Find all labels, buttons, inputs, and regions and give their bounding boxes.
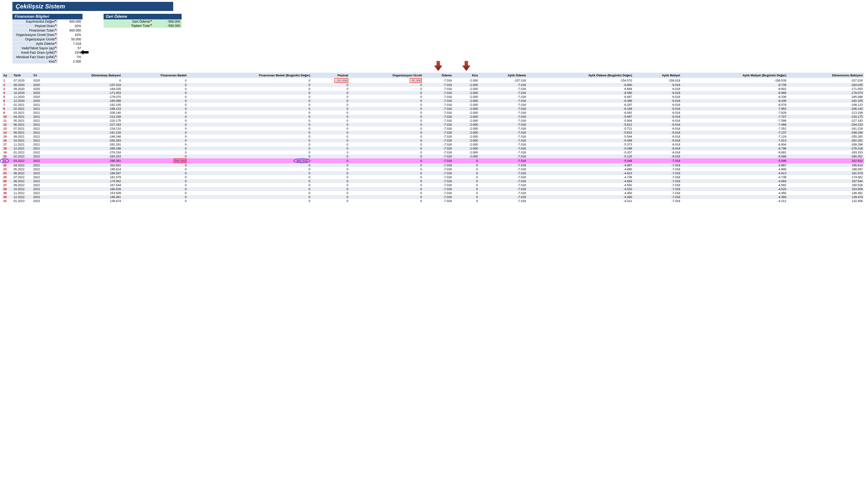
table-cell[interactable]: 0 (350, 123, 423, 127)
table-row[interactable]: 1812.20212021-269.2980000-7.018-2.000-7.… (2, 147, 864, 150)
table-cell[interactable]: -9.018 (633, 103, 681, 107)
table-cell[interactable]: 500.000 (122, 158, 188, 163)
table-cell[interactable]: 17 (2, 142, 12, 147)
table-row[interactable]: 1206.20212021-227.1930000-7.018-2.000-7.… (2, 123, 864, 127)
table-cell[interactable]: -7.018 (479, 195, 527, 199)
table-cell[interactable]: 21 (2, 158, 12, 163)
finance-value[interactable]: 57 (58, 46, 82, 50)
table-cell[interactable]: 12 (2, 123, 12, 127)
table-cell[interactable]: 0 (122, 199, 188, 203)
table-cell[interactable]: -7.018 (423, 91, 453, 95)
table-cell[interactable]: 11.2022 (12, 191, 32, 195)
table-cell[interactable]: -5.046 (527, 158, 633, 163)
table-cell[interactable]: 0 (350, 95, 423, 99)
table-cell[interactable]: -7.018 (633, 163, 681, 167)
table-cell[interactable]: -7.018 (423, 95, 453, 99)
column-header[interactable]: Organizasyon Ücreti (350, 73, 423, 78)
table-cell[interactable]: 0 (453, 163, 479, 167)
table-row[interactable]: 3012.20222022146.4910000-7.0180-7.018-4.… (2, 195, 864, 199)
table-cell[interactable]: -7.018 (479, 83, 527, 87)
table-cell[interactable]: 0 (350, 142, 423, 147)
table-cell[interactable]: -9.018 (633, 135, 681, 138)
table-cell[interactable]: 0 (188, 138, 312, 142)
table-row[interactable]: 3101.20232023139.4740000-7.0180-7.018-4.… (2, 199, 864, 203)
table-cell[interactable]: 7 (2, 103, 12, 107)
table-cell[interactable]: 195.614 (48, 167, 122, 171)
table-cell[interactable]: -276.316 (788, 147, 864, 150)
table-cell[interactable]: 0 (453, 175, 479, 179)
table-cell[interactable]: 202.632 (48, 163, 122, 167)
table-cell[interactable]: -9.018 (633, 99, 681, 103)
table-cell[interactable]: -7.018 (479, 147, 527, 150)
table-cell[interactable]: 2021 (32, 115, 48, 119)
table-cell[interactable]: 0 (350, 135, 423, 138)
table-cell[interactable]: -4.520 (527, 187, 633, 191)
table-cell[interactable]: -6.796 (681, 147, 788, 150)
table-cell[interactable]: 31 (2, 199, 12, 203)
table-cell[interactable]: 0 (350, 130, 423, 135)
table-cell[interactable]: 26 (2, 179, 12, 183)
table-cell[interactable]: 11.2020 (12, 95, 32, 99)
table-cell[interactable]: 0 (312, 95, 350, 99)
table-cell[interactable]: -283.333 (788, 150, 864, 154)
table-cell[interactable]: 2020 (32, 91, 48, 95)
table-cell[interactable]: -7.018 (423, 147, 453, 150)
table-cell[interactable]: -6.586 (681, 154, 788, 158)
table-row[interactable]: 2608.20222022174.5620000-7.0180-7.018-4.… (2, 179, 864, 183)
column-header[interactable]: Finansman Bedeli (122, 73, 188, 78)
table-cell[interactable]: 0 (350, 91, 423, 95)
table-cell[interactable]: 0 (453, 183, 479, 187)
table-cell[interactable]: -7.018 (423, 179, 453, 183)
table-cell[interactable]: -7.018 (423, 138, 453, 142)
table-cell[interactable]: 0 (453, 171, 479, 175)
table-cell[interactable]: -9.018 (633, 119, 681, 123)
table-cell[interactable]: -50.000 (350, 78, 423, 83)
table-row[interactable]: 1509.20212021-248.2460000-7.018-2.000-7.… (2, 135, 864, 138)
table-cell[interactable]: 25 (2, 175, 12, 179)
table-row[interactable]: 612.20202020-185.0880000-7.018-2.000-7.0… (2, 99, 864, 103)
table-cell[interactable]: 0 (312, 83, 350, 87)
table-cell[interactable]: -276.316 (48, 150, 122, 154)
table-cell[interactable]: -220.175 (48, 119, 122, 123)
column-header[interactable]: Aylık Maliyet (633, 73, 681, 78)
table-cell[interactable]: -2.000 (453, 87, 479, 91)
table-cell[interactable]: -9.018 (633, 154, 681, 158)
table-cell[interactable]: 0 (122, 138, 188, 142)
table-cell[interactable]: 0 (312, 138, 350, 142)
table-cell[interactable]: 9 (2, 111, 12, 115)
table-cell[interactable]: 0 (350, 150, 423, 154)
table-cell[interactable]: 01.2022 (12, 150, 32, 154)
table-cell[interactable]: 0 (350, 83, 423, 87)
table-cell[interactable]: 5 (2, 95, 12, 99)
table-cell[interactable]: -199.123 (788, 103, 864, 107)
table-cell[interactable]: 22 (2, 163, 12, 167)
table-cell[interactable]: -6.487 (527, 95, 633, 99)
table-cell[interactable]: -2.000 (453, 107, 479, 111)
table-cell[interactable]: -227.193 (48, 123, 122, 127)
table-cell[interactable]: -4.592 (527, 183, 633, 187)
table-cell[interactable]: 09.2021 (12, 135, 32, 138)
table-cell[interactable]: -157.018 (48, 83, 122, 87)
table-cell[interactable]: -241.228 (788, 127, 864, 130)
table-cell[interactable]: 0 (188, 183, 312, 187)
table-cell[interactable]: -8.079 (681, 103, 788, 107)
table-cell[interactable]: -4.380 (527, 195, 633, 199)
finance-value[interactable]: 19% (58, 50, 82, 55)
table-cell[interactable]: 0 (312, 103, 350, 107)
table-cell[interactable]: 0 (122, 147, 188, 150)
table-cell[interactable]: -7.018 (633, 199, 681, 203)
table-cell[interactable]: 0 (188, 135, 312, 138)
table-cell[interactable]: 0 (122, 130, 188, 135)
table-cell[interactable]: -7.018 (423, 175, 453, 179)
table-cell[interactable]: 03.2022 (12, 158, 32, 163)
table-cell[interactable]: -283.333 (48, 154, 122, 158)
table-cell[interactable]: -8.739 (681, 83, 788, 87)
table-cell[interactable]: 2023 (32, 199, 48, 203)
finance-value[interactable]: 7% (58, 55, 82, 59)
table-cell[interactable]: -213.158 (788, 111, 864, 115)
table-cell[interactable]: -5.125 (527, 154, 633, 158)
table-cell[interactable]: 0 (350, 163, 423, 167)
table-cell[interactable]: 0 (350, 187, 423, 191)
table-cell[interactable]: -9.018 (633, 111, 681, 115)
table-cell[interactable]: 0 (350, 147, 423, 150)
